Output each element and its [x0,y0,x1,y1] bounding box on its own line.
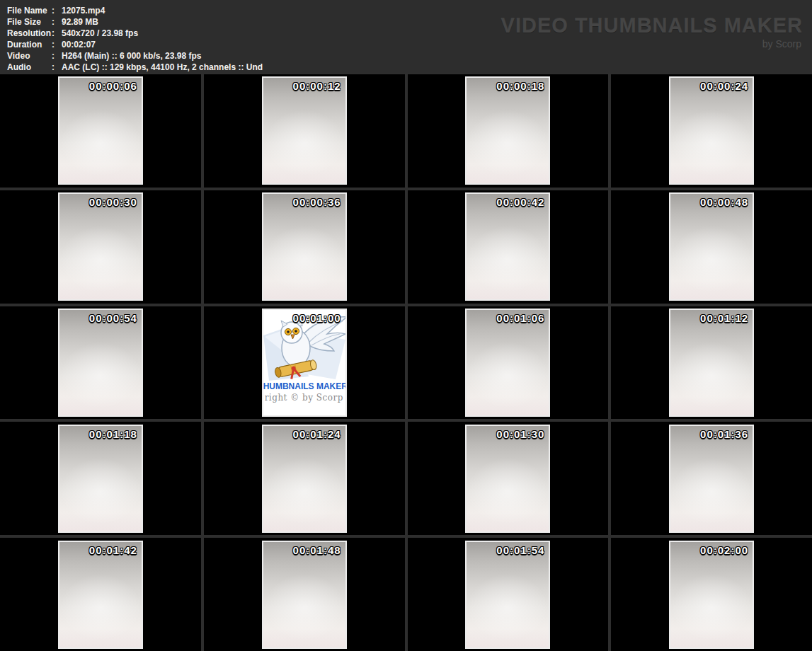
field-label: Resolution [7,28,52,39]
video-frame-placeholder [467,310,549,415]
timestamp-overlay: 00:01:18 [89,428,137,440]
app-watermark-subtitle: by Scorp [501,38,801,50]
timestamp-overlay: 00:01:24 [293,428,341,440]
thumbnail-cell: 00:00:24 [611,74,812,188]
thumbnail-cell: 00:00:06 [0,74,201,188]
field-separator: : [52,39,62,50]
timestamp-overlay: 00:00:48 [700,196,748,208]
thumbnail-cell: 00:00:48 [611,190,812,304]
file-info-panel: File Name:12075.mp4 File Size:92.89 MB R… [0,0,812,74]
video-thumbnail: 00:00:54 [58,309,143,417]
video-frame-placeholder [263,542,345,647]
thumbnail-cell: 00:01:30 [408,422,609,535]
timestamp-overlay: 00:01:00 [293,312,341,324]
video-frame-placeholder [59,194,142,299]
timestamp-overlay: 00:00:54 [89,312,137,324]
timestamp-overlay: 00:01:36 [700,428,748,440]
video-frame-placeholder [263,426,345,531]
vtm-logo-title: HUMBNAILS MAKER & A [263,381,345,391]
thumbnail-cell: 00:02:00 [611,538,812,651]
timestamp-overlay: 00:01:48 [293,544,341,556]
video-frame-placeholder [263,78,345,183]
video-frame-placeholder [59,78,142,183]
field-label: Audio [7,62,52,73]
video-thumbnail: 00:00:24 [669,76,754,185]
thumbnail-cell: 00:00:12 [204,74,405,188]
video-frame-placeholder [59,542,142,647]
timestamp-overlay: 00:00:42 [496,196,544,208]
timestamp-overlay: 00:02:00 [700,544,748,556]
video-thumbnail: 00:00:18 [465,76,550,185]
video-thumbnail: 00:01:48 [262,541,347,649]
thumbnail-cell: 00:01:36 [611,422,812,535]
timestamp-overlay: 00:01:06 [496,312,544,324]
video-frame-placeholder [467,194,549,299]
video-thumbnail: 00:00:42 [465,192,550,301]
video-frame-placeholder [467,78,549,183]
field-label: Duration [7,39,52,50]
timestamp-overlay: 00:01:42 [89,544,137,556]
thumbnail-cell: HUMBNAILS MAKER & A right © by Scorp (SU… [204,306,405,420]
timestamp-overlay: 00:00:24 [700,80,748,92]
file-info-list: File Name:12075.mp4 File Size:92.89 MB R… [7,5,263,74]
timestamp-overlay: 00:01:30 [496,428,544,440]
app-watermark-title: VIDEO THUMBNAILS MAKER [501,14,803,38]
thumbnail-cell: 00:01:06 [408,306,609,420]
video-frame-placeholder [59,310,142,415]
file-info-row-audio: Audio:AAC (LC) :: 129 kbps, 44100 Hz, 2 … [7,62,263,73]
field-value: AAC (LC) :: 129 kbps, 44100 Hz, 2 channe… [62,62,263,73]
video-frame-placeholder [467,426,549,531]
file-info-row-video: Video:H264 (Main) :: 6 000 kb/s, 23.98 f… [7,50,263,62]
video-thumbnail: 00:01:36 [669,425,754,533]
thumbnail-cell: 00:00:36 [204,190,405,304]
timestamp-overlay: 00:00:06 [89,80,137,92]
thumbnail-cell: 00:01:18 [0,422,201,535]
video-frame-placeholder [263,194,345,299]
thumbnail-cell: 00:01:54 [408,538,609,651]
timestamp-overlay: 00:00:36 [293,196,341,208]
video-thumbnail: 00:01:24 [262,425,347,533]
video-thumbnail: 00:01:42 [58,541,143,649]
video-frame-placeholder [670,310,753,415]
video-frame-placeholder [670,542,753,647]
thumbnail-cell: 00:01:42 [0,538,201,651]
thumbnail-grid: 00:00:06 00:00:12 00:00:18 00:00:24 00:0… [0,74,812,651]
field-label: File Name [7,5,52,16]
timestamp-overlay: 00:01:54 [496,544,544,556]
file-info-row-resolution: Resolution:540x720 / 23.98 fps [7,28,263,39]
contact-sheet: File Name:12075.mp4 File Size:92.89 MB R… [0,0,812,651]
field-label: File Size [7,16,52,28]
timestamp-overlay: 00:00:18 [496,80,544,92]
thumbnail-cell: 00:00:42 [408,190,609,304]
video-frame-placeholder [670,194,753,299]
video-thumbnail: 00:01:12 [669,309,754,417]
timestamp-overlay: 00:00:30 [89,196,137,208]
field-label: Video [7,50,52,62]
app-watermark: VIDEO THUMBNAILS MAKER by Scorp [501,14,803,50]
field-value: H264 (Main) :: 6 000 kb/s, 23.98 fps [62,50,201,62]
thumbnail-cell: 00:00:30 [0,190,201,304]
field-separator: : [52,16,62,28]
video-frame-placeholder [670,426,753,531]
video-thumbnail: 00:01:30 [465,425,550,533]
vtm-logo-title-main: HUMBNAILS MAKER [263,381,345,391]
file-info-row-filesize: File Size:92.89 MB [7,16,263,28]
thumbnail-cell: 00:00:18 [408,74,609,188]
video-thumbnail: 00:00:06 [58,76,143,185]
thumbnail-cell: 00:01:48 [204,538,405,651]
video-thumbnail: 00:00:48 [669,192,754,301]
field-separator: : [52,50,62,62]
video-thumbnail: 00:01:18 [58,425,143,533]
field-separator: : [52,5,62,16]
timestamp-overlay: 00:00:12 [293,80,341,92]
field-separator: : [52,28,62,39]
field-value: 92.89 MB [62,16,98,28]
field-separator: : [52,62,62,73]
video-thumbnail: 00:01:06 [465,309,550,417]
file-info-row-duration: Duration:00:02:07 [7,39,263,50]
timestamp-overlay: 00:01:12 [700,312,748,324]
video-thumbnail: 00:00:30 [58,192,143,301]
field-value: 12075.mp4 [62,5,105,16]
video-thumbnail: 00:00:12 [262,76,347,185]
video-frame-placeholder [670,78,753,183]
